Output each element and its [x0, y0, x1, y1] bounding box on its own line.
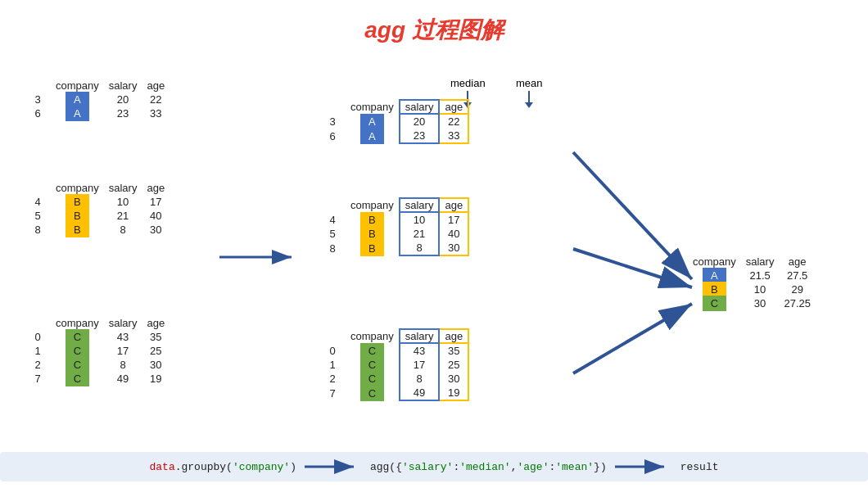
col-company-b: company	[51, 181, 104, 195]
row-idx: 0	[319, 343, 346, 358]
res-age-c: 27.25	[779, 296, 816, 310]
result-table: company salary age A 21.5 27.5 B 10 29 C…	[688, 255, 816, 310]
mid-age: 19	[439, 386, 468, 400]
cell-age: 25	[142, 344, 170, 358]
cell-sal: 20	[104, 93, 142, 106]
mid-cell-c3: C	[360, 371, 384, 386]
mid-cell-a1: A	[360, 114, 384, 129]
row-idx: 4	[319, 212, 346, 227]
row-idx: 2	[25, 358, 51, 372]
cell-b3: B	[66, 222, 89, 237]
cell-sal: 8	[104, 223, 142, 237]
row-idx: 3	[319, 114, 346, 129]
group-a-mid: company salary age 3 A 20 22 6 A 23 33	[319, 99, 469, 144]
row-idx: 7	[319, 386, 346, 400]
res-col-company: company	[688, 255, 741, 269]
mid-cell-b3: B	[360, 241, 384, 256]
group-a-left: company salary age 3 A 20 22 6 A 23 33	[25, 79, 170, 120]
mid-sal: 10	[400, 212, 440, 227]
col-company-a: company	[51, 79, 104, 93]
mid-sal: 43	[400, 343, 440, 358]
mean-label: mean	[516, 77, 543, 108]
row-idx: 4	[25, 195, 51, 209]
bottom-arrow1	[305, 459, 362, 475]
cell-age: 33	[142, 106, 170, 120]
group-c-left: company salary age 0 C 43 35 1 C 17 25 2…	[25, 316, 170, 386]
row-idx: 5	[319, 227, 346, 241]
mid-cell-c1: C	[360, 343, 384, 359]
res-cell-c: C	[703, 296, 726, 311]
res-col-salary: salary	[741, 255, 780, 269]
col-salary-b: salary	[104, 181, 142, 195]
cell-sal: 23	[104, 106, 142, 120]
cell-a2: A	[66, 106, 89, 121]
cell-age: 35	[142, 330, 170, 344]
bottom-code2: agg({'salary':'median','age':'mean'})	[370, 461, 607, 473]
mid-col-salary-b: salary	[400, 198, 440, 212]
cell-sal: 43	[104, 330, 142, 344]
res-sal-a: 21.5	[741, 269, 780, 282]
mid-cell-b2: B	[360, 226, 384, 242]
mid-sal: 8	[400, 372, 440, 386]
cell-age: 19	[142, 372, 170, 386]
mid-cell-b1: B	[360, 212, 384, 228]
mid-sal: 8	[400, 241, 440, 255]
mid-col-salary-c: salary	[400, 329, 440, 343]
res-age-a: 27.5	[779, 269, 816, 282]
cell-age: 40	[142, 209, 170, 223]
cell-sal: 10	[104, 195, 142, 209]
mid-age: 30	[439, 372, 468, 386]
mid-cell-c4: C	[360, 386, 384, 401]
cell-age: 22	[142, 93, 170, 106]
mid-age: 35	[439, 343, 468, 358]
bottom-bar: data.groupby('company') agg({'salary':'m…	[0, 452, 868, 481]
bottom-arrow2	[615, 459, 672, 475]
mid-col-age-a: age	[439, 100, 468, 114]
mid-col-age-c: age	[439, 329, 468, 343]
page-title: agg 过程图解	[0, 0, 868, 46]
mid-age: 40	[439, 227, 468, 241]
row-idx: 7	[25, 372, 51, 386]
cell-sal: 17	[104, 344, 142, 358]
row-idx: 3	[25, 93, 51, 106]
cell-age: 30	[142, 223, 170, 237]
row-idx: 1	[25, 344, 51, 358]
row-idx: 1	[319, 358, 346, 372]
mid-col-company-a: company	[346, 100, 400, 114]
row-idx: 8	[319, 241, 346, 255]
mid-col-company-c: company	[346, 329, 400, 343]
row-idx: 2	[319, 372, 346, 386]
group-c-mid: company salary age 0 C 43 35 1 C 17 25 2…	[319, 328, 469, 401]
mid-cell-a2: A	[360, 129, 384, 144]
res-sal-b: 10	[741, 282, 780, 296]
col-age-b: age	[142, 181, 170, 195]
middle-arrow	[219, 249, 301, 269]
mid-age: 17	[439, 212, 468, 227]
mid-sal: 20	[400, 114, 440, 129]
res-col-age: age	[779, 255, 816, 269]
col-age-c: age	[142, 316, 170, 330]
col-age-a: age	[142, 79, 170, 93]
res-sal-c: 30	[741, 296, 780, 310]
mid-age: 22	[439, 114, 468, 129]
group-b-left: company salary age 4 B 10 17 5 B 21 40 8…	[25, 181, 170, 237]
mid-age: 30	[439, 241, 468, 255]
cell-c4: C	[66, 371, 89, 386]
row-idx: 8	[25, 223, 51, 237]
bottom-code1: data.groupby('company')	[149, 461, 296, 473]
svg-line-5	[573, 249, 692, 287]
mid-sal: 49	[400, 386, 440, 400]
cell-sal: 8	[104, 358, 142, 372]
cell-sal: 49	[104, 372, 142, 386]
main-area: company salary age 3 A 20 22 6 A 23 33 c…	[0, 46, 868, 488]
cell-age: 17	[142, 195, 170, 209]
mid-age: 33	[439, 129, 468, 143]
row-idx: 6	[319, 129, 346, 143]
mid-col-salary-a: salary	[400, 100, 440, 114]
svg-line-4	[573, 152, 692, 279]
cell-age: 30	[142, 358, 170, 372]
mid-col-company-b: company	[346, 198, 400, 212]
title-rest: 过程图解	[412, 17, 504, 43]
col-salary-a: salary	[104, 79, 142, 93]
mid-sal: 17	[400, 358, 440, 372]
